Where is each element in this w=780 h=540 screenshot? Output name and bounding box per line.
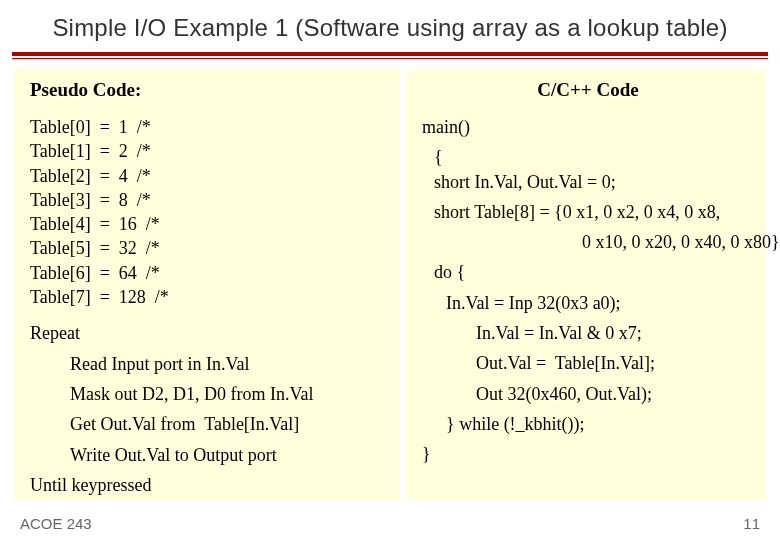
slide-footer: ACOE 243 11: [0, 515, 780, 532]
pseudo-step: Write Out.Val to Output port: [30, 443, 388, 467]
pseudo-until: Until keypressed: [30, 473, 388, 497]
code-line: short In.Val, Out.Val = 0;: [422, 170, 754, 194]
pseudo-code-panel: Pseudo Code: Table[0] = 1 /* Table[1] = …: [14, 69, 400, 499]
code-line: In.Val = Inp 32(0x3 a0);: [422, 291, 754, 315]
c-code-panel: C/C++ Code main() { short In.Val, Out.Va…: [406, 69, 766, 499]
table-line: Table[7] = 128 /*: [30, 285, 388, 309]
title-rule-thick: [12, 52, 768, 56]
table-assignments: Table[0] = 1 /* Table[1] = 2 /* Table[2]…: [30, 115, 388, 309]
code-line: } while (!_kbhit());: [422, 412, 754, 436]
code-line: main(): [422, 115, 754, 139]
pseudo-steps: Repeat Read Input port in In.Val Mask ou…: [30, 321, 388, 497]
c-code-lines: main() { short In.Val, Out.Val = 0; shor…: [422, 115, 754, 467]
code-line: {: [422, 145, 754, 169]
code-line: Out.Val = Table[In.Val];: [422, 351, 754, 375]
slide-title: Simple I/O Example 1 (Software using arr…: [0, 0, 780, 48]
table-line: Table[4] = 16 /*: [30, 212, 388, 236]
code-line: do {: [422, 260, 754, 284]
pseudo-step: Get Out.Val from Table[In.Val]: [30, 412, 388, 436]
table-line: Table[1] = 2 /*: [30, 139, 388, 163]
pseudo-step: Mask out D2, D1, D0 from In.Val: [30, 382, 388, 406]
table-line: Table[3] = 8 /*: [30, 188, 388, 212]
table-line: Table[5] = 32 /*: [30, 236, 388, 260]
code-line: In.Val = In.Val & 0 x7;: [422, 321, 754, 345]
table-line: Table[2] = 4 /*: [30, 164, 388, 188]
spacer: [30, 309, 388, 321]
slide: Simple I/O Example 1 (Software using arr…: [0, 0, 780, 540]
slide-body: Pseudo Code: Table[0] = 1 /* Table[1] = …: [0, 69, 780, 499]
code-line: }: [422, 442, 754, 466]
table-line: Table[6] = 64 /*: [30, 261, 388, 285]
pseudo-repeat: Repeat: [30, 321, 388, 345]
table-line: Table[0] = 1 /*: [30, 115, 388, 139]
code-line: 0 x10, 0 x20, 0 x40, 0 x80};: [422, 230, 754, 254]
code-line: short Table[8] = {0 x1, 0 x2, 0 x4, 0 x8…: [422, 200, 754, 224]
c-code-heading: C/C++ Code: [422, 79, 754, 101]
pseudo-step: Read Input port in In.Val: [30, 352, 388, 376]
footer-page-number: 11: [743, 515, 760, 532]
pseudo-heading: Pseudo Code:: [30, 79, 388, 101]
code-line: Out 32(0x460, Out.Val);: [422, 382, 754, 406]
footer-course: ACOE 243: [20, 515, 92, 532]
title-rule-thin: [12, 58, 768, 59]
